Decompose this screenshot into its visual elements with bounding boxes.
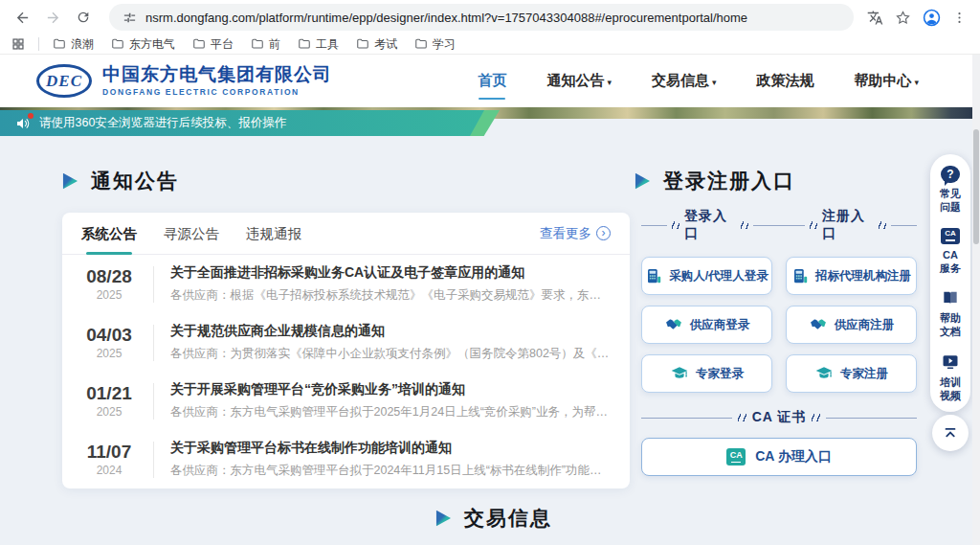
- ticker-text: 请使用360安全浏览器进行后续投标、报价操作: [39, 115, 286, 131]
- notice-title[interactable]: 关于规范供应商企业规模信息的通知: [170, 323, 611, 340]
- bookmark-folder[interactable]: 浪潮: [53, 36, 94, 53]
- section-arrow-icon: [62, 173, 78, 190]
- help-doc-icon: [941, 288, 960, 307]
- supplier-register-button[interactable]: 供应商注册: [786, 306, 917, 344]
- expert-register-button[interactable]: 专家注册: [786, 354, 917, 393]
- nav-label: 通知公告: [546, 72, 604, 90]
- bookmark-folder[interactable]: 工具: [298, 36, 339, 53]
- section-title: 通知公告: [91, 168, 179, 194]
- translate-icon[interactable]: [867, 10, 883, 26]
- nav-item-trade-info[interactable]: 交易信息: [652, 72, 717, 90]
- notice-title[interactable]: 关于全面推进非招标采购业务CA认证及电子签章应用的通知: [170, 264, 611, 282]
- notice-date-md: 11/07: [81, 442, 137, 463]
- divider: [153, 383, 154, 420]
- login-header-label: 登录入口: [684, 208, 736, 242]
- view-more-label: 查看更多: [540, 225, 591, 242]
- notice-desc: 各供应商：东方电气采购管理平台拟于2024年11月15日上线“标书在线制作”功能…: [170, 463, 611, 479]
- bookmark-label: 考试: [374, 36, 397, 53]
- nav-label: 首页: [478, 72, 506, 90]
- notice-list-item[interactable]: 08/28 2025 关于全面推进非招标采购业务CA认证及电子签章应用的通知 各…: [62, 255, 630, 313]
- bookmark-star-icon[interactable]: [895, 10, 911, 26]
- chevron-right-circle-icon: [596, 226, 611, 240]
- bookmark-folder[interactable]: 平台: [192, 36, 234, 53]
- nav-label: 政策法规: [756, 72, 813, 90]
- sidebar-item-faq[interactable]: 常见 问题: [940, 166, 961, 215]
- tab-sourcing-notices[interactable]: 寻源公告: [164, 213, 219, 255]
- sidebar-item-help-docs[interactable]: 帮助 文档: [940, 288, 961, 339]
- speaker-icon: [15, 116, 31, 131]
- bookmark-folder[interactable]: 前: [251, 36, 280, 53]
- scrollbar-thumb[interactable]: [973, 129, 979, 244]
- notice-list-item[interactable]: 04/03 2025 关于规范供应商企业规模信息的通知 各供应商：为贯彻落实《保…: [62, 313, 630, 372]
- divider: [153, 442, 154, 478]
- calculator-icon: [791, 267, 809, 284]
- notice-title[interactable]: 关于采购管理平台标书在线制作功能培训的通知: [170, 440, 611, 457]
- reload-icon[interactable]: [71, 5, 96, 30]
- ca-card-icon: [941, 228, 960, 244]
- nav-label: 帮助中心: [854, 72, 911, 90]
- question-bubble-icon: [941, 166, 960, 183]
- sidebar-item-label: 培训 视频: [940, 375, 961, 403]
- address-bar[interactable]: nsrm.dongfang.com/platform/runtime/epp/d…: [109, 4, 854, 31]
- profile-avatar-icon[interactable]: [923, 9, 941, 27]
- notice-date-year: 2024: [81, 464, 137, 477]
- purchaser-agent-login-button[interactable]: 采购人/代理人登录: [641, 257, 772, 295]
- tab-system-notices[interactable]: 系统公告: [81, 213, 137, 255]
- entry-button-label: 专家注册: [840, 366, 888, 382]
- nav-item-home[interactable]: 首页: [478, 72, 506, 90]
- page-content: DEC 中国东方电气集团有限公司 DONGFANG ELECTRIC CORPO…: [0, 55, 980, 545]
- supplier-login-button[interactable]: 供应商登录: [641, 306, 772, 344]
- notice-date-md: 04/03: [81, 325, 137, 346]
- notice-date: 08/28 2025: [81, 266, 137, 302]
- notification-dot: [28, 113, 33, 119]
- notice-list-item[interactable]: 11/07 2024 关于采购管理平台标书在线制作功能培训的通知 各供应商：东方…: [62, 430, 630, 488]
- notice-list-item[interactable]: 01/21 2025 关于开展采购管理平台“竞价采购业务”培训的通知 各供应商：…: [62, 372, 630, 430]
- handshake-icon: [809, 315, 828, 334]
- apps-grid-icon[interactable]: [11, 37, 25, 51]
- menu-kebab-icon[interactable]: [952, 11, 967, 25]
- bookmark-label: 平台: [211, 36, 234, 53]
- register-entries-header: 注册入口: [779, 208, 917, 242]
- url-text[interactable]: nsrm.dongfang.com/platform/runtime/epp/d…: [145, 11, 747, 25]
- entry-button-label: 招标代理机构注册: [815, 268, 911, 284]
- bookmark-folder[interactable]: 考试: [356, 36, 397, 53]
- notice-desc: 各供应商：为贯彻落实《保障中小企业款项支付条例》（国务院令第802号）及《中小企…: [170, 346, 611, 362]
- bookmark-label: 东方电气: [129, 36, 175, 53]
- bookmark-folder[interactable]: 东方电气: [111, 36, 175, 53]
- sidebar-item-training-videos[interactable]: 培训 视频: [940, 352, 961, 403]
- nav-label: 交易信息: [652, 72, 709, 90]
- section-title: 登录注册入口: [663, 168, 795, 194]
- ca-button-label: CA 办理入口: [755, 448, 832, 466]
- entry-button-label: 供应商登录: [690, 317, 750, 333]
- bookmark-label: 浪潮: [71, 36, 94, 53]
- tab-violation-reports[interactable]: 违规通报: [246, 213, 301, 255]
- view-more-link[interactable]: 查看更多: [540, 225, 611, 242]
- sidebar-item-label: CA 服务: [940, 248, 961, 276]
- ca-badge-icon: [726, 448, 746, 466]
- forward-icon[interactable]: [40, 5, 65, 30]
- notices-section-header: 通知公告: [62, 168, 179, 194]
- login-register-panel: 登录入口 注册入口 采购人/代理人登录 招标代理机构注册: [641, 208, 917, 476]
- scrollbar[interactable]: [972, 55, 980, 545]
- notice-title[interactable]: 关于开展采购管理平台“竞价采购业务”培训的通知: [170, 381, 611, 398]
- notices-tabs: 系统公告 寻源公告 违规通报 查看更多: [62, 213, 630, 255]
- notices-card: 系统公告 寻源公告 违规通报 查看更多 08/28 2025 关于全面推进非招标…: [62, 213, 630, 488]
- back-to-top-button[interactable]: [932, 415, 969, 451]
- ca-header-label: CA 证书: [752, 409, 807, 426]
- chevron-down-icon: [607, 73, 612, 89]
- site-settings-icon[interactable]: [122, 11, 137, 25]
- nav-item-policies[interactable]: 政策法规: [756, 72, 813, 90]
- bookmark-folder[interactable]: 学习: [414, 36, 456, 53]
- login-section-header: 登录注册入口: [635, 168, 795, 194]
- bidding-agency-register-button[interactable]: 招标代理机构注册: [786, 257, 917, 295]
- nav-item-help-center[interactable]: 帮助中心: [854, 72, 919, 90]
- ca-apply-button[interactable]: CA 办理入口: [641, 438, 917, 476]
- nav-item-notices[interactable]: 通知公告: [546, 72, 612, 90]
- sidebar-item-ca-service[interactable]: CA 服务: [940, 228, 961, 276]
- site-header: DEC 中国东方电气集团有限公司 DONGFANG ELECTRIC CORPO…: [0, 55, 980, 107]
- expert-login-button[interactable]: 专家登录: [641, 354, 772, 393]
- back-icon[interactable]: [10, 5, 34, 30]
- ca-section-header: CA 证书: [641, 409, 917, 426]
- company-logo[interactable]: DEC 中国东方电气集团有限公司 DONGFANG ELECTRIC CORPO…: [36, 64, 332, 98]
- notice-date-year: 2025: [81, 347, 137, 360]
